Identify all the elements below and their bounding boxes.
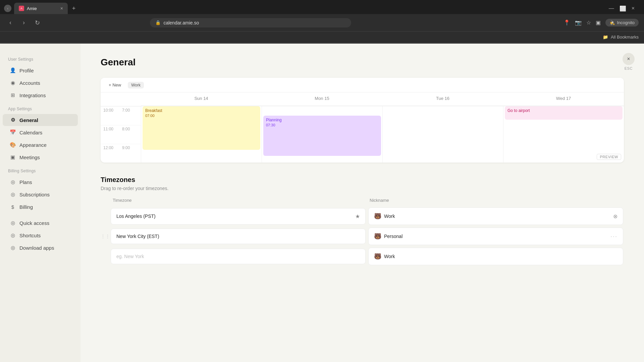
back-btn[interactable]: ‹ xyxy=(5,18,15,28)
window-maximize-btn[interactable]: ⬜ xyxy=(620,5,626,12)
airport-title: Go to airport xyxy=(507,108,620,113)
incognito-label: Incognito xyxy=(617,20,635,25)
preview-label: PREVIEW xyxy=(597,154,621,160)
tz-timezone-2[interactable]: eg. New York xyxy=(111,249,366,264)
planning-title: Planning xyxy=(266,118,378,122)
main-panel: × ESC General + New Work Sun 14 Mon 15 T… xyxy=(80,44,644,362)
col-header-timezone: Timezone xyxy=(111,198,367,205)
app-settings-label: App Settings xyxy=(0,107,80,111)
camera-icon[interactable]: 📷 xyxy=(575,19,582,26)
tz-timezone-1[interactable]: New York City (EST) xyxy=(111,229,366,244)
sidebar-item-download-apps-label: Download apps xyxy=(19,245,54,251)
time-700: 7:00 xyxy=(121,106,141,125)
time-800: 8:00 xyxy=(121,125,141,144)
quick-access-icon: ◎ xyxy=(9,220,16,226)
browser-tab-amie[interactable]: A Amie × xyxy=(14,3,68,14)
cal-new-btn[interactable]: + New xyxy=(106,81,124,89)
billing-icon: $ xyxy=(9,203,16,210)
event-planning[interactable]: Planning 07:30 xyxy=(263,116,381,156)
sidebar-item-meetings[interactable]: ▣ Meetings xyxy=(3,151,78,163)
event-airport[interactable]: Go to airport xyxy=(505,106,623,120)
col-header-nickname: Nickname xyxy=(368,198,624,205)
plans-icon: ◎ xyxy=(9,179,16,185)
breakfast-time: 07:00 xyxy=(145,114,258,118)
sidebar-item-subscriptions[interactable]: ◎ Subscriptions xyxy=(3,188,78,200)
sidebar-item-accounts[interactable]: ◉ Accounts xyxy=(3,77,78,89)
shortcuts-icon: ◎ xyxy=(9,232,16,239)
cal-day-tue: Tue 16 xyxy=(382,93,503,106)
event-breakfast[interactable]: Breakfast 07:00 xyxy=(143,106,260,150)
sidebar-item-general-label: General xyxy=(19,117,38,123)
cal-col-sun: Breakfast 07:00 xyxy=(141,106,262,163)
sidebar-item-shortcuts[interactable]: ◎ Shortcuts xyxy=(3,229,78,241)
window-minimize-btn[interactable]: — xyxy=(609,5,614,11)
accounts-icon: ◉ xyxy=(9,79,16,86)
tz-close-btn-0[interactable]: ⊗ xyxy=(613,213,618,220)
tz-star-icon-0[interactable]: ★ xyxy=(355,213,360,220)
cal-work-badge[interactable]: Work xyxy=(128,82,144,88)
sidebar-item-quick-access[interactable]: ◎ Quick access xyxy=(3,217,78,229)
tab-close-btn[interactable]: × xyxy=(60,6,63,11)
calendar-header: + New Work xyxy=(101,78,624,93)
close-settings-btn[interactable]: × xyxy=(623,53,635,65)
sidebar-item-calendars-label: Calendars xyxy=(19,130,42,135)
tz-nickname-text-2: Work xyxy=(384,254,395,259)
tab-overflow-btn[interactable]: ‹ xyxy=(4,5,11,12)
tz-row-1: ⋮⋮ New York City (EST) 🐻 Personal ··· xyxy=(101,227,624,246)
general-icon: ⚙ xyxy=(9,117,16,123)
bookmarks-folder-icon: 📁 xyxy=(603,35,608,40)
reload-btn[interactable]: ↻ xyxy=(32,18,42,28)
sidebar-item-billing[interactable]: $ Billing xyxy=(3,201,78,213)
tz-name-1: New York City (EST) xyxy=(116,234,159,239)
esc-label: ESC xyxy=(625,66,633,70)
tab-title: Amie xyxy=(27,6,37,11)
integrations-icon: ⊞ xyxy=(9,92,16,99)
cal-col-wed: Go to airport PREVIEW xyxy=(503,106,624,163)
all-bookmarks-label[interactable]: All Bookmarks xyxy=(611,35,639,40)
subscriptions-icon: ◎ xyxy=(9,191,16,198)
tz-emoji-0: 🐻 xyxy=(374,213,381,220)
sidebar-item-calendars[interactable]: 📅 Calendars xyxy=(3,126,78,138)
location-icon[interactable]: 📍 xyxy=(564,19,570,26)
sidebar-item-general[interactable]: ⚙ General xyxy=(3,114,78,126)
time-col-left: 10:00 11:00 12:00 xyxy=(101,106,121,163)
time-1000: 10:00 xyxy=(101,106,121,125)
tz-emoji-1: 🐻 xyxy=(374,233,381,240)
sidebar: User Settings 👤 Profile ◉ Accounts ⊞ Int… xyxy=(0,44,80,362)
reader-icon[interactable]: ▣ xyxy=(596,19,601,26)
sidebar-item-integrations[interactable]: ⊞ Integrations xyxy=(3,89,78,101)
url-text: calendar.amie.so xyxy=(163,20,199,25)
sidebar-item-subscriptions-label: Subscriptions xyxy=(19,192,50,197)
sidebar-item-profile-label: Profile xyxy=(19,68,34,73)
tz-drag-handle-1[interactable]: ⋮⋮ xyxy=(101,234,109,239)
breakfast-title: Breakfast xyxy=(145,108,258,113)
incognito-badge: 🕵 Incognito xyxy=(605,19,639,26)
tz-timezone-0[interactable]: Los Angeles (PST) ★ xyxy=(111,208,366,225)
tz-dots-btn-1[interactable]: ··· xyxy=(610,233,618,240)
browser-tabs: ‹ A Amie × + — ⬜ × xyxy=(0,0,644,14)
lock-icon: 🔒 xyxy=(155,20,161,25)
tz-nickname-2[interactable]: 🐻 Work xyxy=(368,248,623,265)
sidebar-item-download-apps[interactable]: ◎ Download apps xyxy=(3,242,78,254)
sidebar-item-integrations-label: Integrations xyxy=(19,93,46,98)
time-1200: 12:00 xyxy=(101,144,121,163)
star-icon[interactable]: ☆ xyxy=(586,19,591,26)
sidebar-item-billing-label: Billing xyxy=(19,204,33,210)
forward-btn[interactable]: › xyxy=(19,18,29,28)
time-900: 9:00 xyxy=(121,144,141,163)
tz-nickname-1[interactable]: 🐻 Personal ··· xyxy=(368,228,623,245)
toolbar-actions: 📍 📷 ☆ ▣ 🕵 Incognito xyxy=(564,19,639,26)
incognito-icon: 🕵 xyxy=(609,20,615,25)
sidebar-item-appearance[interactable]: 🎨 Appearance xyxy=(3,139,78,151)
tz-row-2: eg. New York 🐻 Work xyxy=(101,247,624,266)
address-bar[interactable]: 🔒 calendar.amie.so xyxy=(150,18,351,27)
window-close-btn[interactable]: × xyxy=(632,5,635,11)
cal-new-label: + New xyxy=(109,82,121,87)
tz-nickname-0[interactable]: 🐻 Work ⊗ xyxy=(368,207,623,225)
new-tab-btn[interactable]: + xyxy=(69,4,78,13)
window-controls: — ⬜ × xyxy=(609,5,640,12)
sidebar-item-plans[interactable]: ◎ Plans xyxy=(3,176,78,188)
sidebar-item-profile[interactable]: 👤 Profile xyxy=(3,64,78,76)
planning-time: 07:30 xyxy=(266,123,378,127)
tz-nickname-text-1: Personal xyxy=(384,234,402,239)
